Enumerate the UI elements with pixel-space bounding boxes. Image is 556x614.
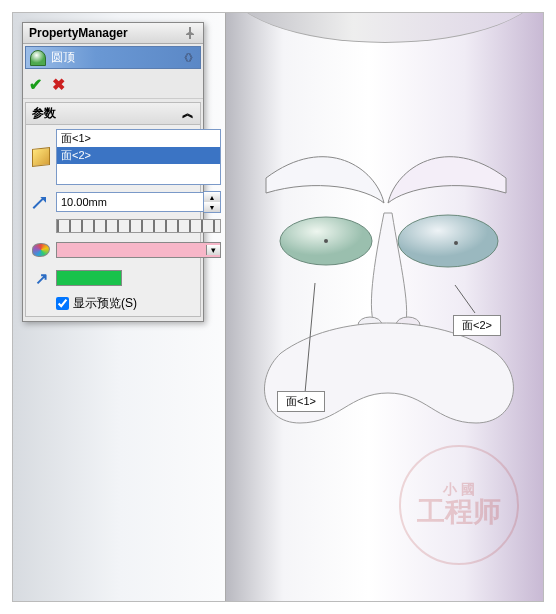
dome-feature-icon (30, 50, 46, 66)
face-selection-icon (30, 146, 52, 168)
list-item[interactable]: 面<2> (57, 147, 220, 164)
pin-icon[interactable] (183, 26, 197, 40)
feature-name: 圆顶 (51, 49, 75, 66)
preview-row: 显示预览(S) (30, 295, 221, 312)
callout-face-2-label: 面<2> (462, 319, 492, 331)
preview-checkbox[interactable] (56, 297, 69, 310)
list-item[interactable]: 面<1> (57, 130, 220, 147)
face-selection-list[interactable]: 面<1> 面<2> (56, 129, 221, 185)
params-title: 参数 (32, 105, 56, 122)
chevron-down-icon[interactable]: ▾ (206, 245, 220, 255)
distance-input[interactable] (56, 192, 204, 212)
property-manager-titlebar[interactable]: PropertyManager (23, 23, 203, 44)
params-section-header[interactable]: 参数 ︽ (25, 102, 201, 125)
graphics-viewport[interactable]: 面<1> 面<2> 小 國 工程师 PropertyManager 圆顶 《 》… (12, 12, 544, 602)
callout-face-1-label: 面<1> (286, 395, 316, 407)
preview-label: 显示预览(S) (73, 295, 137, 312)
svg-point-3 (454, 241, 458, 245)
callout-face-1[interactable]: 面<1> (277, 391, 325, 412)
confirm-row: ✔ ✖ (23, 71, 203, 99)
distance-slider[interactable] (56, 219, 221, 233)
ok-button[interactable]: ✔ (29, 75, 42, 94)
svg-point-2 (324, 239, 328, 243)
direction-icon: ↗ (30, 267, 52, 289)
property-manager-panel: PropertyManager 圆顶 《 》 ✔ ✖ 参数 ︽ 面<1> 面<2… (22, 22, 204, 322)
collapse-icon[interactable]: ︽ (182, 105, 194, 122)
distance-spinner: ▲ ▼ (204, 191, 221, 213)
color-swatch-green[interactable] (56, 270, 122, 286)
face-sketch (226, 12, 544, 602)
svg-point-1 (398, 215, 498, 267)
cancel-button[interactable]: ✖ (52, 75, 65, 94)
callout-face-2[interactable]: 面<2> (453, 315, 501, 336)
params-section-body: 面<1> 面<2> ▲ ▼ ▾ ↗ 显示预览(S) (25, 125, 201, 317)
color-swatch-pink[interactable]: ▾ (56, 242, 221, 258)
color-icon (30, 239, 52, 261)
spin-down-button[interactable]: ▼ (204, 202, 220, 212)
feature-header[interactable]: 圆顶 《 》 (25, 46, 201, 69)
property-manager-title: PropertyManager (29, 26, 128, 40)
distance-icon (30, 191, 52, 213)
arrows-icon[interactable]: 《 》 (179, 51, 196, 65)
model-cylinder (225, 12, 544, 602)
distance-row: ▲ ▼ (56, 191, 221, 213)
spin-up-button[interactable]: ▲ (204, 192, 220, 202)
